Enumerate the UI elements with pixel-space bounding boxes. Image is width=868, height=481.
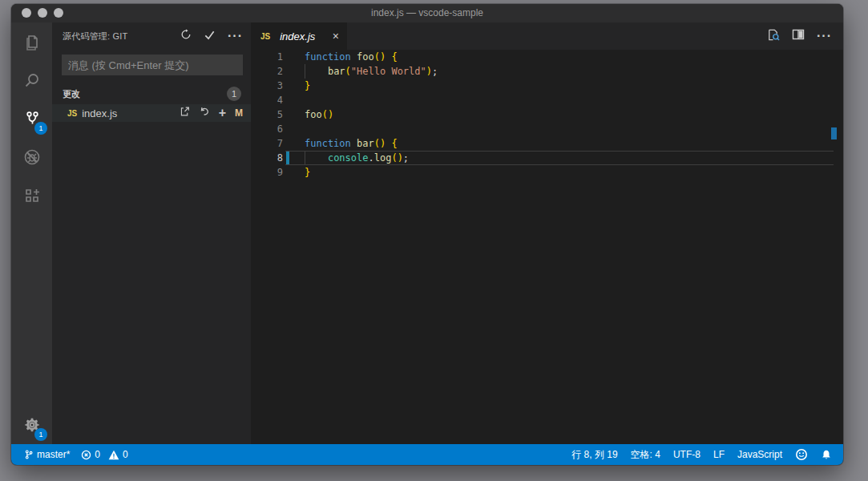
notifications-bell-icon[interactable] (821, 449, 832, 461)
activity-source-control[interactable]: 1 (11, 99, 52, 138)
feedback-smiley-icon[interactable] (795, 448, 808, 461)
stage-changes-icon[interactable]: + (219, 107, 226, 119)
code-line: 8 console.log(); (251, 151, 843, 165)
vscode-window: index.js — vscode-sample (11, 4, 843, 465)
line-number: 6 (251, 122, 283, 136)
code-text: } (305, 79, 310, 93)
activity-extensions[interactable] (11, 176, 52, 215)
title-bar: index.js — vscode-sample (11, 4, 843, 22)
code-text: function foo() { (305, 50, 398, 64)
sidebar-header: 源代码管理: GIT ··· (52, 22, 251, 50)
problems-status[interactable]: 0 0 (81, 449, 127, 460)
line-number: 7 (251, 136, 283, 151)
settings-badge: 1 (34, 428, 47, 441)
debug-icon (22, 148, 42, 167)
branch-icon (24, 449, 34, 460)
open-changes-icon[interactable] (766, 28, 780, 45)
encoding-status[interactable]: UTF-8 (673, 449, 700, 460)
code-line: 3} (251, 79, 843, 93)
code-text: foo() (305, 107, 333, 122)
commit-check-icon[interactable] (204, 29, 216, 44)
code-line: 2 bar("Hello World"); (251, 64, 843, 79)
error-count: 0 (95, 449, 100, 460)
line-number: 8 (251, 151, 283, 165)
language-mode-status[interactable]: JavaScript (737, 449, 782, 460)
activity-explorer[interactable] (11, 22, 52, 61)
code-line: 5foo() (251, 107, 843, 122)
window-title: index.js — vscode-sample (11, 7, 843, 18)
code-text: bar("Hello World"); (305, 64, 438, 79)
warning-count: 0 (123, 449, 128, 460)
status-bar: master* 0 0 (11, 444, 843, 465)
warning-icon (108, 450, 119, 460)
eol-status[interactable]: LF (713, 449, 725, 460)
indentation-status[interactable]: 空格: 4 (631, 448, 660, 462)
source-control-sidebar: 源代码管理: GIT ··· (52, 22, 251, 444)
changes-label: 更改 (63, 88, 227, 100)
desktop-background: index.js — vscode-sample (0, 0, 868, 481)
sidebar-title: 源代码管理: GIT (63, 30, 180, 42)
line-number: 5 (251, 107, 283, 122)
code-text: function bar() { (305, 136, 398, 151)
line-number: 9 (251, 165, 283, 180)
activity-search[interactable] (11, 61, 52, 99)
cursor-position-status[interactable]: 行 8, 列 19 (571, 448, 617, 462)
code-line: 4 (251, 93, 843, 107)
discard-changes-icon[interactable] (199, 106, 210, 120)
git-branch-status[interactable]: master* (24, 449, 70, 460)
open-file-icon[interactable] (180, 106, 190, 120)
more-actions-icon[interactable]: ··· (228, 29, 243, 43)
tab-label: index.js (280, 30, 331, 42)
activity-debug[interactable] (11, 138, 52, 176)
tab-indexjs[interactable]: JS index.js × (251, 22, 347, 50)
split-editor-icon[interactable] (792, 28, 805, 44)
source-control-badge: 1 (34, 122, 47, 135)
line-number: 2 (251, 64, 283, 79)
search-icon (22, 71, 42, 90)
branch-name: master* (37, 449, 70, 460)
changes-section-header[interactable]: 更改 1 (52, 85, 251, 103)
code-line: 9} (251, 165, 843, 180)
git-status-modified: M (235, 107, 243, 119)
activity-settings[interactable]: 1 (11, 406, 52, 444)
overview-ruler-cursor-marker (831, 127, 837, 139)
code-line: 7function bar() { (251, 136, 843, 151)
code-text: } (305, 165, 310, 180)
editor-group: JS index.js × (251, 22, 843, 444)
commit-message-input[interactable] (62, 55, 243, 75)
js-file-icon: JS (260, 32, 270, 41)
line-number: 1 (251, 50, 283, 64)
activity-bar: 1 (11, 22, 52, 444)
code-editor[interactable]: 1function foo() {2 bar("Hello World");3}… (251, 50, 843, 444)
changed-file-row[interactable]: JS index.js (52, 104, 251, 122)
tab-bar: JS index.js × (251, 22, 843, 50)
line-number: 3 (251, 79, 283, 93)
code-line: 1function foo() { (251, 50, 843, 64)
explorer-icon (22, 32, 42, 51)
error-icon (81, 450, 91, 460)
close-tab-icon[interactable]: × (331, 30, 341, 42)
refresh-icon[interactable] (180, 29, 192, 43)
js-file-icon: JS (67, 109, 77, 118)
line-number: 4 (251, 93, 283, 107)
code-line: 6 (251, 122, 843, 136)
changed-file-name: index.js (82, 107, 179, 119)
tab-bar-empty (347, 22, 766, 50)
more-actions-icon[interactable]: ··· (817, 29, 832, 43)
code-text: console.log(); (305, 151, 409, 165)
changes-count-badge: 1 (227, 87, 241, 101)
extensions-icon (22, 186, 42, 205)
